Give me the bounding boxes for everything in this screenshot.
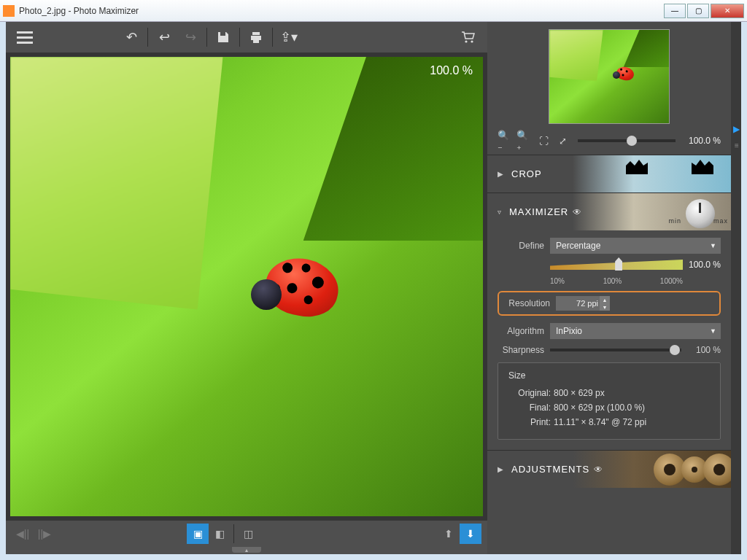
define-label: Define xyxy=(498,241,544,251)
forward-button[interactable]: ↪ xyxy=(177,24,204,50)
side-rail: ▶ ≡ xyxy=(731,22,741,554)
rail-grip-icon[interactable]: ≡ xyxy=(735,141,738,149)
tick-1000: 1000% xyxy=(660,277,683,285)
window-titlebar: Photo_2.jpg - Photo Maximizer — ▢ ✕ xyxy=(0,0,747,22)
percentage-value: 100.0 % xyxy=(689,260,721,270)
svg-point-0 xyxy=(465,40,467,42)
zoom-actual-button[interactable]: ⤢ xyxy=(554,133,570,149)
dial-max-label: max xyxy=(713,217,728,225)
gears-decoration xyxy=(597,451,731,488)
save-icon xyxy=(216,30,231,44)
size-print-val: 11.11" × 8.74" @ 72 ppi xyxy=(554,417,646,427)
close-button[interactable]: ✕ xyxy=(711,4,744,18)
view-split-button[interactable]: ◫ xyxy=(237,524,259,544)
print-button[interactable] xyxy=(243,24,269,50)
tick-100: 100% xyxy=(603,277,622,285)
ladybug-subject xyxy=(266,259,353,326)
size-final-val: 800 × 629 px (100.0 %) xyxy=(554,402,645,413)
undo-button[interactable]: ↶ xyxy=(118,24,144,50)
hamburger-icon xyxy=(17,31,33,44)
visibility-icon[interactable]: 👁 xyxy=(573,207,582,217)
algorithm-select[interactable]: InPixio ▼ xyxy=(550,323,721,339)
maximizer-panel-title: MAXIMIZER xyxy=(509,206,568,217)
resolution-label: Resolution xyxy=(505,298,550,308)
size-box-title: Size xyxy=(508,370,714,381)
sharpness-value: 100 % xyxy=(687,345,721,355)
resolution-spinner[interactable]: ▲▼ xyxy=(600,296,610,311)
dial-min-label: min xyxy=(668,217,681,225)
resolution-value: 72 ppi xyxy=(576,299,598,308)
photo-content xyxy=(10,57,483,516)
view-single-button[interactable]: ▣ xyxy=(187,524,209,544)
dropdown-icon: ▼ xyxy=(710,327,716,335)
image-canvas[interactable]: 100.0 % xyxy=(10,57,483,516)
back-button[interactable]: ↩ xyxy=(151,24,177,50)
upload-button[interactable]: ⬆ xyxy=(438,524,460,544)
cart-button[interactable] xyxy=(455,24,481,50)
rail-collapse-button[interactable]: ▶ xyxy=(733,124,740,134)
app-icon xyxy=(3,5,15,17)
define-select[interactable]: Percentage ▼ xyxy=(550,238,721,254)
algorithm-label: Algorithm xyxy=(498,326,544,336)
maximizer-panel-body: Define Percentage ▼ 100.0 % xyxy=(487,230,731,450)
dial-icon xyxy=(686,199,715,228)
sharpness-slider[interactable] xyxy=(550,349,681,351)
view-compare-button[interactable]: ◧ xyxy=(209,524,231,544)
save-button[interactable] xyxy=(210,24,236,50)
chevron-right-icon: ▶ xyxy=(498,170,504,178)
prev-image-button[interactable]: ◀|| xyxy=(12,524,34,544)
size-original-val: 800 × 629 px xyxy=(554,388,605,398)
export-button[interactable]: ⇪▾ xyxy=(276,24,302,50)
resolution-input[interactable]: 72 ppi ▲▼ xyxy=(556,296,610,311)
preview-zoom-controls: 🔍₋ 🔍₊ ⛶ ⤢ 100.0 % xyxy=(487,128,731,155)
dropdown-icon: ▼ xyxy=(710,242,716,249)
slider-thumb[interactable] xyxy=(615,257,622,271)
download-button[interactable]: ⬇ xyxy=(460,524,481,544)
maximize-button[interactable]: ▢ xyxy=(687,4,709,18)
size-original-key: Original: xyxy=(508,388,551,398)
define-value: Percentage xyxy=(556,241,600,251)
sharpness-label: Sharpness xyxy=(498,345,544,355)
bottom-toolbar: ◀|| ||▶ ▣ ◧ ◫ ⬆ ⬇ xyxy=(6,521,487,547)
preview-panel xyxy=(487,22,731,128)
resolution-row-highlighted: Resolution 72 ppi ▲▼ xyxy=(498,291,721,316)
preview-thumbnail[interactable] xyxy=(549,29,670,124)
tick-10: 10% xyxy=(550,277,565,285)
zoom-in-button[interactable]: 🔍₊ xyxy=(516,133,533,149)
algorithm-value: InPixio xyxy=(556,326,582,336)
preview-zoom-label: 100.0 % xyxy=(683,136,721,146)
adjustments-panel-title: ADJUSTMENTS xyxy=(511,464,589,475)
chevron-right-icon: ▶ xyxy=(498,465,504,473)
adjustments-panel-header[interactable]: ▶ ADJUSTMENTS 👁 xyxy=(487,450,731,488)
size-print-key: Print: xyxy=(508,417,551,427)
canvas-zoom-label: 100.0 % xyxy=(430,64,473,77)
next-image-button[interactable]: ||▶ xyxy=(34,524,55,544)
crop-panel-title: CROP xyxy=(511,168,542,179)
size-final-key: Final: xyxy=(508,402,551,413)
percentage-slider[interactable] xyxy=(550,260,683,276)
maximizer-panel-header[interactable]: ▿ MAXIMIZER 👁 min max xyxy=(487,192,731,230)
cart-icon xyxy=(460,30,476,44)
zoom-fit-button[interactable]: ⛶ xyxy=(535,133,551,149)
zoom-out-button[interactable]: 🔍₋ xyxy=(498,133,514,149)
main-toolbar: ↶ ↩ ↪ ⇪▾ xyxy=(6,22,487,52)
svg-point-1 xyxy=(471,40,473,42)
filmstrip-toggle[interactable]: ▴ xyxy=(6,547,487,554)
minimize-button[interactable]: — xyxy=(664,4,686,18)
crop-panel-header[interactable]: ▶ CROP xyxy=(487,155,731,192)
window-title: Photo_2.jpg - Photo Maximizer xyxy=(19,6,662,16)
app-frame: ↶ ↩ ↪ ⇪▾ xyxy=(6,22,741,554)
print-icon xyxy=(249,30,263,44)
size-info-box: Size Original:800 × 629 px Final:800 × 6… xyxy=(498,362,721,440)
menu-button[interactable] xyxy=(12,24,38,50)
chevron-down-icon: ▿ xyxy=(498,208,502,216)
zoom-slider[interactable] xyxy=(578,139,676,142)
